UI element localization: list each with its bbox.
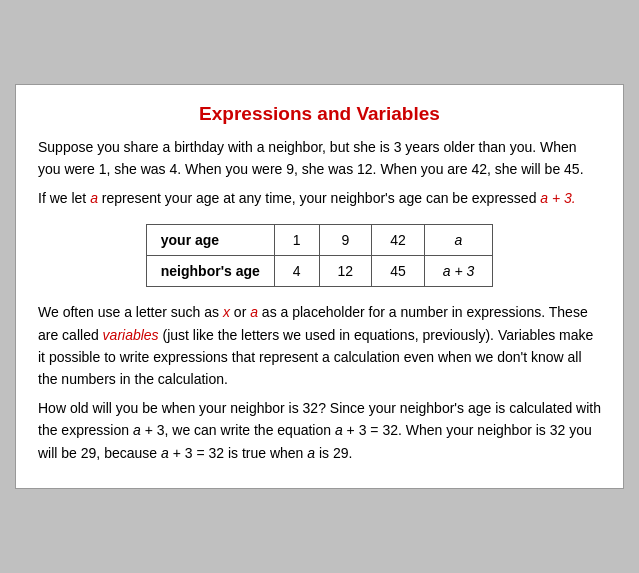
body-p1-or: or: [230, 304, 250, 320]
body-p2-mid: + 3, we can write the equation: [141, 422, 335, 438]
main-card: Expressions and Variables Suppose you sh…: [15, 84, 624, 489]
intro-paragraph-1: Suppose you share a birthday with a neig…: [38, 137, 601, 180]
intro-expr-a: a: [540, 190, 548, 206]
body-p1-variables: variables: [103, 327, 159, 343]
body-paragraph-1: We often use a letter such as x or a as …: [38, 301, 601, 391]
table-row-your-age: your age 1 9 42 a: [146, 225, 493, 256]
your-age-label: your age: [146, 225, 274, 256]
body-p2-a4: a: [307, 445, 315, 461]
age-table-container: your age 1 9 42 a neighbor's age 4 12 45…: [38, 224, 601, 287]
your-age-val2: 9: [319, 225, 372, 256]
body-p2-a1: a: [133, 422, 141, 438]
neighbor-age-val3: 45: [372, 256, 425, 287]
neighbor-age-val1: 4: [274, 256, 319, 287]
neighbor-age-val2: 12: [319, 256, 372, 287]
body-p2-end: + 3 = 32 is true when: [169, 445, 308, 461]
intro-expr-plus3: + 3.: [548, 190, 576, 206]
body-p1-a: a: [250, 304, 258, 320]
intro-p2-text2: represent your age at any time, your nei…: [98, 190, 540, 206]
your-age-val3: 42: [372, 225, 425, 256]
age-table: your age 1 9 42 a neighbor's age 4 12 45…: [146, 224, 494, 287]
body-paragraph-2: How old will you be when your neighbor i…: [38, 397, 601, 464]
body-p2-final: is 29.: [315, 445, 352, 461]
body-p1-before: We often use a letter such as: [38, 304, 223, 320]
intro-paragraph-2: If we let a represent your age at any ti…: [38, 188, 601, 210]
your-age-val1: 1: [274, 225, 319, 256]
neighbor-age-expr: a + 3: [424, 256, 493, 287]
body-p2-a2: a: [335, 422, 343, 438]
intro-p2-text1: If we let: [38, 190, 90, 206]
intro-variable-a: a: [90, 190, 98, 206]
your-age-var: a: [424, 225, 493, 256]
body-p2-a3: a: [161, 445, 169, 461]
neighbor-age-label: neighbor's age: [146, 256, 274, 287]
page-title: Expressions and Variables: [38, 103, 601, 125]
body-p1-x: x: [223, 304, 230, 320]
table-row-neighbor-age: neighbor's age 4 12 45 a + 3: [146, 256, 493, 287]
